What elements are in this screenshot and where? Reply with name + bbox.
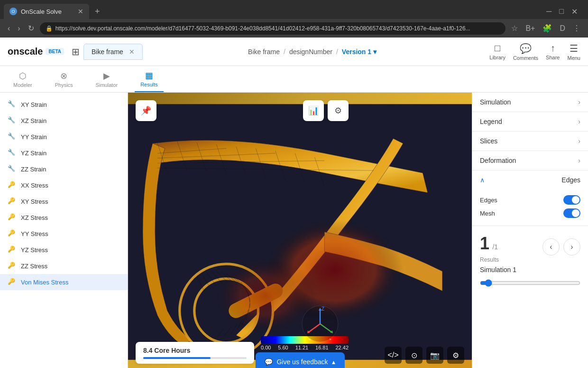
result-label: Results [480,256,580,263]
bookmark-icon[interactable]: ☆ [509,22,520,35]
sidebar-item-zz-strain[interactable]: 🔧 ZZ Strain [0,161,128,177]
extension-icon-2[interactable]: 🧩 [541,22,554,35]
comments-action[interactable]: 💬 Comments [513,43,538,61]
panel-slices-header[interactable]: Slices › [472,132,588,151]
sidebar-item-xz-stress[interactable]: 🔑 XZ Stress [0,209,128,226]
maximize-button[interactable]: □ [556,6,567,17]
target-button[interactable]: ⊙ [405,347,423,364]
result-prev-button[interactable]: ‹ [542,238,560,255]
deformation-label: Deformation [480,157,516,164]
comments-label: Comments [513,55,538,61]
sidebar-item-von-mises[interactable]: 🔑 Von Mises Stress [0,274,128,290]
results-label: Results [140,82,158,87]
code-button[interactable]: </> [385,347,402,364]
yz-strain-label: YZ Strain [21,150,120,157]
toolbar-simulator[interactable]: ▶ Simulator [90,67,123,92]
chart-button[interactable]: 📊 [303,100,324,121]
result-number: 1 [480,234,489,254]
mesh-toggle[interactable] [563,208,580,218]
new-tab-button[interactable]: + [91,5,104,19]
right-panel: Simulation › Legend › Slices › Deformati… [472,93,588,368]
modeler-label: Modeler [13,82,32,88]
xz-stress-label: XZ Stress [21,214,120,221]
panel-section-legend: Legend › [472,112,588,132]
viewport[interactable]: 📌 📊 ⚙ 2.28 MPa 0.00 5.60 11.21 16.81 22. [128,93,472,368]
svg-rect-4 [128,104,472,360]
viewport-canvas[interactable] [128,93,472,368]
sidebar-item-yy-strain[interactable]: 🔧 YY Strain [0,129,128,145]
breadcrumb-sep-1: / [284,48,285,56]
yy-stress-label: YY Stress [21,230,120,237]
feedback-chevron-icon: ▴ [332,358,335,366]
sidebar-item-yy-stress[interactable]: 🔑 YY Stress [0,226,128,242]
close-button[interactable]: ✕ [569,6,580,17]
color-val-3: 16.81 [315,345,329,350]
von-mises-label: Von Mises Stress [21,279,120,286]
toolbar-results[interactable]: ▦ Results [135,66,164,92]
panel-edges-header[interactable]: ∧ Edges [472,170,588,189]
deformation-chevron-icon: › [578,157,580,164]
edges-toggle-row: Edges [480,193,580,207]
feedback-button[interactable]: 💬 Give us feedback ▴ [255,352,344,368]
sidebar-item-xz-strain[interactable]: 🔧 XZ Strain [0,113,128,129]
forward-button[interactable]: › [16,22,22,35]
sidebar-item-xy-stress[interactable]: 🔑 XY Stress [0,193,128,209]
breadcrumb-design: designNumber [289,48,332,56]
simulator-label: Simulator [96,82,118,88]
reload-button[interactable]: ↻ [26,22,36,35]
toolbar-modeler[interactable]: ⬡ Modeler [8,67,38,92]
sidebar-item-xy-strain[interactable]: 🔧 XY Strain [0,96,128,113]
share-action[interactable]: ↑ Share [546,43,560,60]
result-slider[interactable] [480,279,580,287]
pin-button[interactable]: 📌 [136,100,156,121]
minimize-button[interactable]: ─ [543,6,554,17]
project-tab-close-icon[interactable]: ✕ [129,48,135,56]
menu-icon: ☰ [570,43,578,54]
strain-icon-zz: 🔧 [8,165,16,173]
more-icon[interactable]: ⋮ [571,22,582,35]
profile-icon[interactable]: D [558,22,567,35]
browser-chrome: O OnScale Solve ✕ + ─ □ ✕ ‹ › ↻ 🔒 https:… [0,0,588,38]
library-action[interactable]: □ Library [489,43,505,60]
von-mises-icon: 🔑 [8,278,16,286]
sidebar-item-yz-strain[interactable]: 🔧 YZ Strain [0,145,128,161]
feedback-label: Give us feedback [276,358,328,366]
core-hours-bar [143,357,247,359]
stress-icon-xz: 🔑 [8,213,16,222]
result-next-button[interactable]: › [563,238,580,255]
settings-view-button[interactable]: ⚙ [328,100,349,121]
active-tab[interactable]: O OnScale Solve ✕ [4,4,89,19]
extension-icon-1[interactable]: B+ [524,22,537,35]
color-val-1: 5.60 [278,345,288,350]
panel-legend-header[interactable]: Legend › [472,112,588,131]
tab-close-icon[interactable]: ✕ [78,8,83,15]
edges-toggle[interactable] [563,195,580,205]
settings-button[interactable]: ⚙ [447,347,464,364]
color-labels: 0.00 5.60 11.21 16.81 22.42 [261,345,349,350]
share-label: Share [546,55,560,60]
project-tab[interactable]: Bike frame ✕ [83,44,143,60]
back-button[interactable]: ‹ [6,22,12,35]
svg-text:▸: ▸ [330,337,332,341]
menu-action[interactable]: ☰ Menu [567,43,580,61]
beta-badge: BETA [46,48,64,55]
yy-strain-label: YY Strain [21,133,120,141]
sidebar-item-yz-stress[interactable]: 🔑 YZ Stress [0,242,128,258]
app-header: onscale BETA ⊞ Bike frame ✕ Bike frame /… [0,38,588,66]
mesh-toggle-label: Mesh [480,210,495,217]
camera-button[interactable]: 📷 [426,347,443,364]
panel-deformation-header[interactable]: Deformation › [472,151,588,170]
library-icon: □ [495,43,500,54]
simulation-label: Simulation [480,98,511,106]
apps-grid-icon[interactable]: ⊞ [72,46,80,57]
breadcrumb-sep-2: / [336,48,338,56]
sidebar-item-xx-stress[interactable]: 🔑 XX Stress [0,177,128,193]
toolbar-physics[interactable]: ⊗ Physics [49,67,79,92]
url-bar[interactable]: 🔒 https://solve.dev.portal.onscale.com/m… [40,22,506,35]
tab-bar: O OnScale Solve ✕ + ─ □ ✕ [0,0,588,19]
logo: onscale BETA [8,46,64,57]
version-selector[interactable]: Version 1 ▾ [342,48,377,56]
panel-simulation-header[interactable]: Simulation › [472,93,588,112]
edges-content: Edges Mesh [472,189,588,226]
sidebar-item-zz-stress[interactable]: 🔑 ZZ Stress [0,258,128,274]
